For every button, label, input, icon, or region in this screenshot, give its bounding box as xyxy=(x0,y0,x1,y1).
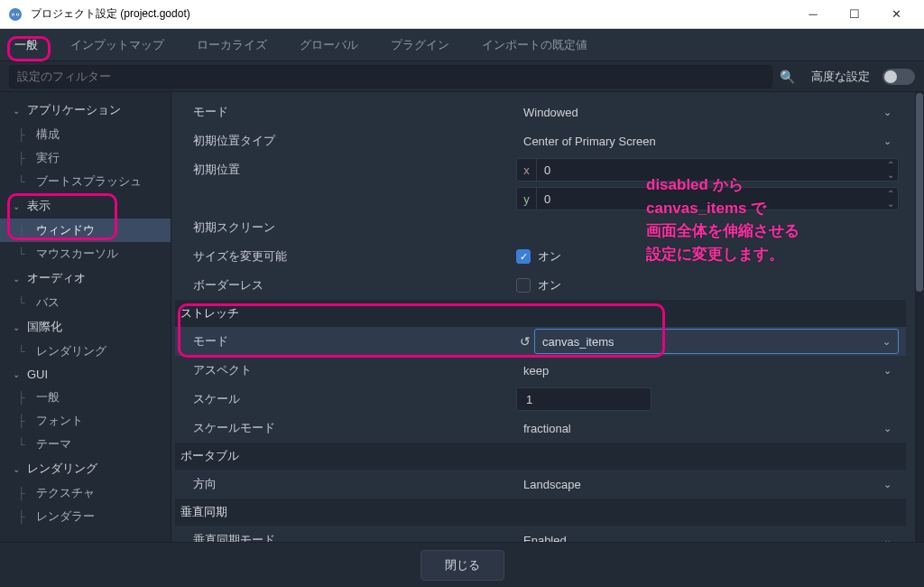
setting-label: アスペクト xyxy=(182,362,516,378)
setting-row-orientation: 方向 Landscape ⌄ xyxy=(175,470,906,498)
sidebar-item-gui-theme[interactable]: └テーマ xyxy=(0,433,171,456)
advanced-settings-toggle[interactable] xyxy=(882,69,915,85)
chevron-down-icon: ⌄ xyxy=(13,322,22,332)
chevron-down-icon: ⌄ xyxy=(883,535,892,543)
maximize-button[interactable]: ☐ xyxy=(834,0,875,29)
dropdown-value: Windowed xyxy=(523,106,578,119)
sidebar-group-display[interactable]: ⌄表示 xyxy=(0,193,171,219)
initpos-type-dropdown[interactable]: Center of Primary Screen ⌄ xyxy=(516,129,899,153)
sidebar-group-audio[interactable]: ⌄オーディオ xyxy=(0,266,171,291)
svg-point-4 xyxy=(17,14,18,14)
tab-import-defaults[interactable]: インポートの既定値 xyxy=(475,32,595,59)
scalemode-dropdown[interactable]: fractional ⌄ xyxy=(516,416,899,440)
sidebar-label: レンダラー xyxy=(36,508,95,525)
close-window-button[interactable]: ✕ xyxy=(875,0,917,29)
sidebar-item-bus[interactable]: └バス xyxy=(0,291,171,314)
initpos-x-input[interactable]: x 0 ⌃⌄ xyxy=(516,158,899,182)
sidebar-item-run[interactable]: ├実行 xyxy=(0,146,171,170)
dropdown-value: canvas_items xyxy=(542,335,614,349)
chevron-down-icon: ⌄ xyxy=(882,336,891,348)
section-label: ポータブル xyxy=(180,448,239,464)
main-tabbar: 一般 インプットマップ ローカライズ グローバル プラグイン インポートの既定値 xyxy=(0,29,924,61)
dropdown-value: Center of Primary Screen xyxy=(523,135,656,148)
close-button[interactable]: 閉じる xyxy=(420,550,504,581)
vsyncmode-dropdown[interactable]: Enabled ⌄ xyxy=(516,528,899,542)
dropdown-value: fractional xyxy=(523,422,571,435)
setting-label: モード xyxy=(182,104,516,120)
axis-x-icon: x xyxy=(517,159,537,181)
setting-label: 垂直同期モード xyxy=(182,532,516,542)
tab-plugin[interactable]: プラグイン xyxy=(383,32,457,59)
revert-icon[interactable]: ↺ xyxy=(516,334,534,349)
tree-line-icon: └ xyxy=(18,438,32,452)
minimize-button[interactable]: ─ xyxy=(792,0,834,29)
scrollbar-thumb[interactable] xyxy=(916,93,923,292)
sidebar-label: 国際化 xyxy=(27,319,62,335)
tree-line-icon: └ xyxy=(18,247,32,261)
filter-input[interactable] xyxy=(9,65,772,89)
sidebar-item-texture[interactable]: ├テクスチャ xyxy=(0,481,171,505)
tab-global[interactable]: グローバル xyxy=(292,32,365,59)
tab-general[interactable]: 一般 xyxy=(7,32,45,59)
chevron-down-icon: ⌄ xyxy=(13,274,22,284)
sidebar-item-i18n-rendering[interactable]: └レンダリング xyxy=(0,340,171,363)
sidebar-item-window[interactable]: ├ウィンドウ xyxy=(0,219,171,242)
dropdown-value: Enabled xyxy=(523,534,567,543)
sidebar-label: ウィンドウ xyxy=(36,222,95,238)
dropdown-value: Landscape xyxy=(523,478,581,491)
setting-row-stretch-mode: モード ↺ canvas_items ⌄ xyxy=(175,327,906,356)
setting-row-resizable: サイズを変更可能 ✓ オン xyxy=(175,242,906,271)
sidebar-label: レンダリング xyxy=(27,461,97,477)
sidebar-item-gui-font[interactable]: ├フォント xyxy=(0,409,171,433)
scale-input[interactable]: 1 xyxy=(516,387,651,411)
axis-y-icon: y xyxy=(517,188,537,210)
svg-point-3 xyxy=(13,14,14,14)
settings-panel: モード Windowed ⌄ 初期位置タイプ Center of Primary… xyxy=(171,92,915,542)
setting-row-aspect: アスペクト keep ⌄ xyxy=(175,356,906,385)
sidebar-label: アプリケーション xyxy=(27,102,121,118)
sidebar-item-gui-general[interactable]: ├一般 xyxy=(0,386,171,409)
sidebar-item-cursor[interactable]: └マウスカーソル xyxy=(0,242,171,266)
chevron-down-icon: ⌄ xyxy=(13,464,22,474)
sidebar-label: 表示 xyxy=(27,198,51,214)
section-stretch: ストレッチ xyxy=(175,300,906,327)
category-sidebar[interactable]: ⌄アプリケーション ├構成 ├実行 └ブートスプラッシュ ⌄表示 ├ウィンドウ … xyxy=(0,92,171,542)
section-vsync: 垂直同期 xyxy=(175,498,906,526)
sidebar-item-config[interactable]: ├構成 xyxy=(0,123,171,146)
setting-row-mode: モード Windowed ⌄ xyxy=(175,98,906,126)
chevron-down-icon: ⌄ xyxy=(883,365,892,377)
tab-localize[interactable]: ローカライズ xyxy=(189,32,274,59)
sidebar-group-i18n[interactable]: ⌄国際化 xyxy=(0,314,171,340)
mode-dropdown[interactable]: Windowed ⌄ xyxy=(516,100,899,124)
sidebar-group-application[interactable]: ⌄アプリケーション xyxy=(0,98,171,123)
section-label: ストレッチ xyxy=(180,305,239,321)
sidebar-group-rendering[interactable]: ⌄レンダリング xyxy=(0,456,171,481)
aspect-dropdown[interactable]: keep ⌄ xyxy=(516,359,899,382)
sidebar-label: ブートスプラッシュ xyxy=(36,173,142,190)
sidebar-label: オーディオ xyxy=(27,270,86,286)
tab-inputmap[interactable]: インプットマップ xyxy=(63,32,171,59)
setting-row-vsyncmode: 垂直同期モード Enabled ⌄ xyxy=(175,526,906,542)
setting-label: スケール xyxy=(182,391,516,407)
sidebar-item-bootsplash[interactable]: └ブートスプラッシュ xyxy=(0,170,171,193)
setting-label: 初期位置タイプ xyxy=(182,133,516,149)
resizable-checkbox[interactable]: ✓ xyxy=(516,249,531,264)
sidebar-group-gui[interactable]: ⌄GUI xyxy=(0,363,171,386)
orientation-dropdown[interactable]: Landscape ⌄ xyxy=(516,472,899,496)
setting-label: サイズを変更可能 xyxy=(182,248,516,265)
advanced-settings-label: 高度な設定 xyxy=(811,69,870,85)
borderless-checkbox[interactable] xyxy=(516,278,531,293)
chevron-down-icon: ⌄ xyxy=(883,479,892,490)
setting-row-initpos-y: y 0 ⌃⌄ xyxy=(175,184,906,213)
tree-line-icon: ├ xyxy=(18,415,32,428)
spinner-icon[interactable]: ⌃⌄ xyxy=(883,160,898,180)
tree-line-icon: └ xyxy=(18,345,32,359)
settings-scrollbar[interactable] xyxy=(915,92,924,542)
initpos-y-input[interactable]: y 0 ⌃⌄ xyxy=(516,187,899,210)
section-portable: ポータブル xyxy=(175,443,906,470)
spinner-icon[interactable]: ⌃⌄ xyxy=(883,189,898,209)
sidebar-item-renderer[interactable]: ├レンダラー xyxy=(0,505,171,528)
tree-line-icon: ├ xyxy=(18,128,32,142)
stretch-mode-dropdown[interactable]: canvas_items ⌄ xyxy=(534,329,899,354)
chevron-down-icon: ⌄ xyxy=(883,107,892,118)
